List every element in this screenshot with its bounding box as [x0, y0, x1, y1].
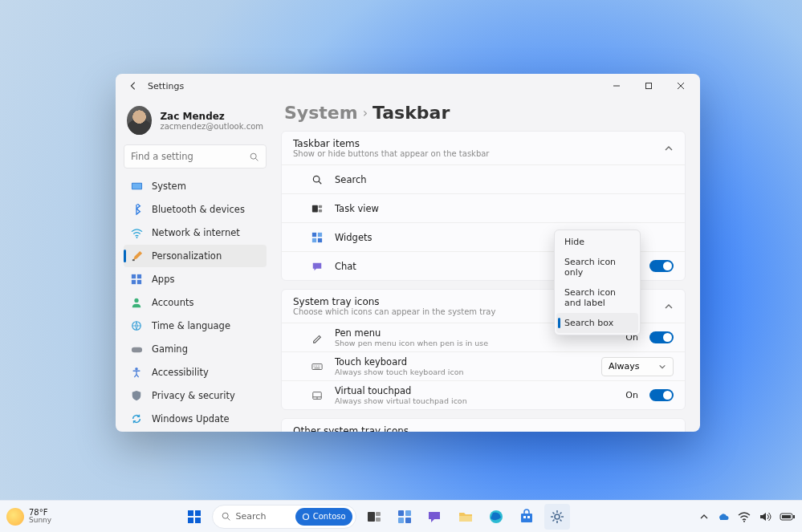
nav-label: Time & language — [152, 320, 230, 331]
svg-rect-33 — [398, 510, 404, 516]
svg-rect-6 — [132, 274, 136, 278]
nav-accounts[interactable]: Accounts — [124, 291, 267, 314]
widgets-icon — [311, 231, 324, 244]
display-icon — [130, 180, 143, 193]
settings-window: Settings Zac Mendez zacmendez@outlook.co… — [116, 74, 700, 432]
touch-keyboard-select[interactable]: Always — [601, 357, 674, 376]
svg-rect-36 — [405, 518, 411, 523]
nav-label: Personalization — [152, 250, 222, 262]
chat-toggle[interactable] — [649, 260, 674, 272]
svg-point-1 — [250, 153, 256, 159]
svg-rect-16 — [319, 205, 322, 208]
brush-icon — [130, 250, 143, 262]
svg-rect-31 — [376, 512, 381, 516]
section-title: Other system tray icons — [293, 425, 664, 432]
chevron-right-icon: › — [363, 105, 368, 120]
flyout-option-icon-label[interactable]: Search icon and label — [556, 282, 638, 313]
chat-button[interactable] — [422, 504, 448, 530]
start-button[interactable] — [181, 504, 207, 530]
flyout-option-hide[interactable]: Hide — [556, 232, 638, 252]
svg-rect-41 — [527, 516, 530, 518]
svg-rect-17 — [319, 209, 322, 212]
store-button[interactable] — [514, 504, 539, 530]
chevron-down-icon — [658, 363, 666, 371]
svg-rect-24 — [188, 510, 193, 516]
nav-label: Windows Update — [152, 413, 230, 424]
nav-system[interactable]: System — [124, 175, 267, 197]
section-header-other-tray[interactable]: Other system tray icons Show or hide add… — [282, 419, 685, 432]
svg-point-29 — [303, 514, 308, 519]
chat-icon — [311, 260, 324, 273]
breadcrumb: System › Taskbar — [281, 98, 686, 131]
row-label: Search — [335, 174, 674, 185]
wifi-icon[interactable] — [738, 510, 751, 523]
find-setting-input[interactable] — [124, 144, 267, 169]
nav-list: System Bluetooth & devices Network & int… — [124, 175, 267, 430]
svg-rect-8 — [132, 280, 136, 284]
taskbar-weather[interactable]: 78°F Sunny — [6, 508, 51, 526]
svg-rect-7 — [137, 274, 141, 278]
nav-time-language[interactable]: Time & language — [124, 315, 267, 337]
nav-gaming[interactable]: Gaming — [124, 338, 267, 360]
find-setting-field[interactable] — [131, 151, 249, 162]
window-title: Settings — [148, 81, 184, 91]
settings-button[interactable] — [544, 504, 570, 530]
pen-menu-toggle[interactable] — [649, 331, 674, 343]
row-desc: Always show virtual touchpad icon — [335, 396, 614, 405]
avatar — [127, 106, 152, 135]
svg-point-10 — [134, 298, 138, 303]
explorer-button[interactable] — [453, 504, 478, 530]
widgets-button[interactable] — [392, 504, 417, 530]
nav-privacy[interactable]: Privacy & security — [124, 384, 267, 407]
svg-point-13 — [135, 368, 138, 371]
nav-accessibility[interactable]: Accessibility — [124, 361, 267, 384]
nav-label: Gaming — [152, 343, 188, 355]
svg-rect-20 — [312, 238, 316, 242]
taskbar-search-box[interactable]: Search Contoso — [212, 505, 356, 529]
maximize-button[interactable] — [633, 75, 665, 97]
taskview-button[interactable] — [361, 504, 387, 530]
breadcrumb-parent[interactable]: System — [284, 103, 358, 123]
volume-icon[interactable] — [759, 510, 771, 523]
section-header-taskbar-items[interactable]: Taskbar items Show or hide buttons that … — [282, 132, 685, 164]
svg-point-43 — [743, 520, 745, 522]
svg-point-28 — [222, 513, 228, 518]
sun-icon — [6, 508, 24, 526]
row-search: Search — [282, 164, 685, 193]
svg-rect-15 — [312, 205, 318, 212]
nav-label: Accounts — [152, 297, 193, 308]
search-icon — [311, 173, 324, 186]
battery-icon[interactable] — [780, 512, 796, 522]
chevron-up-icon — [664, 144, 674, 153]
minimize-button[interactable] — [600, 75, 633, 97]
profile-card[interactable]: Zac Mendez zacmendez@outlook.com — [124, 103, 267, 144]
shield-icon — [130, 389, 143, 402]
edge-button[interactable] — [483, 504, 509, 530]
contoso-badge[interactable]: Contoso — [295, 508, 352, 526]
svg-rect-12 — [131, 347, 141, 352]
breadcrumb-current: Taskbar — [373, 103, 450, 123]
taskbar-search-label: Search — [236, 511, 267, 522]
nav-apps[interactable]: Apps — [124, 268, 267, 290]
bluetooth-icon — [130, 203, 143, 216]
flyout-option-icon-only[interactable]: Search icon only — [556, 252, 638, 282]
chevron-up-icon[interactable] — [699, 512, 709, 522]
virtual-touchpad-toggle[interactable] — [649, 389, 674, 401]
nav-network[interactable]: Network & internet — [124, 221, 267, 244]
nav-bluetooth[interactable]: Bluetooth & devices — [124, 198, 267, 221]
svg-rect-22 — [312, 363, 322, 369]
sync-icon — [130, 412, 143, 425]
toggle-label: On — [625, 390, 638, 400]
gamepad-icon — [130, 343, 143, 355]
nav-windows-update[interactable]: Windows Update — [124, 408, 267, 430]
nav-personalization[interactable]: Personalization — [124, 245, 267, 267]
close-button[interactable] — [665, 75, 697, 97]
flyout-option-search-box[interactable]: Search box — [556, 313, 638, 333]
row-label: Touch keyboard — [335, 356, 590, 368]
svg-rect-40 — [523, 516, 526, 518]
chevron-down-icon — [664, 431, 674, 433]
taskbar: 78°F Sunny Search Contoso — [0, 500, 802, 532]
svg-rect-45 — [793, 515, 795, 518]
onedrive-icon[interactable] — [717, 510, 730, 523]
back-button[interactable] — [119, 75, 148, 97]
